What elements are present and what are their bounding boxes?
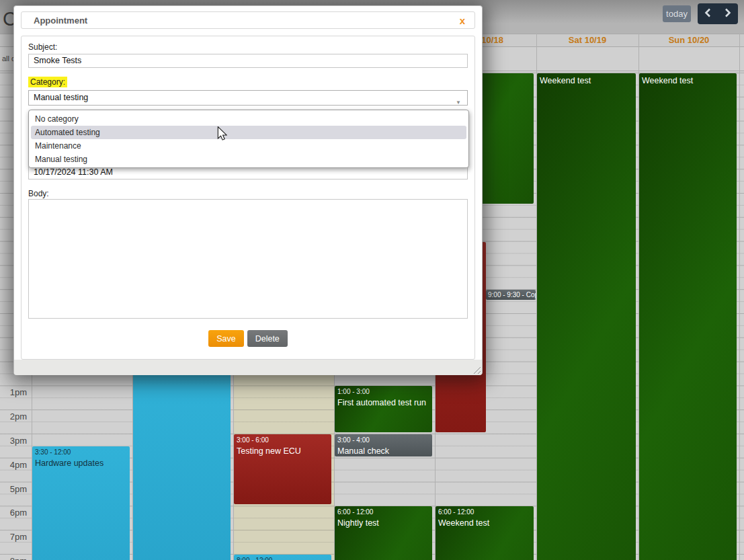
dialog-buttons: Save Delete xyxy=(22,330,474,347)
event-time: 6:00 - 12:00 xyxy=(436,506,534,516)
event-time: 1:00 - 3:00 xyxy=(335,386,432,395)
calendar-event[interactable] xyxy=(133,362,231,560)
category-label: Category: xyxy=(28,77,67,87)
appointment-dialog: Appointment x Subject: Smoke Tests Categ… xyxy=(13,5,483,375)
close-icon[interactable]: x xyxy=(456,12,469,30)
hour-label-6pm: 6pm xyxy=(0,508,27,518)
calendar-event[interactable]: 8:00 - 12:00 xyxy=(234,555,331,560)
hour-label-3pm: 3pm xyxy=(0,436,27,446)
subject-label: Subject: xyxy=(28,42,57,52)
resize-grip-icon[interactable] xyxy=(472,365,481,374)
dropdown-option-0[interactable]: No category xyxy=(29,112,468,126)
hour-label-7pm: 7pm xyxy=(0,532,27,542)
day-header-5: Sat 10/19 xyxy=(536,34,638,46)
column-border xyxy=(536,34,537,560)
dropdown-option-1[interactable]: Automated testing xyxy=(31,126,466,139)
delete-button[interactable]: Delete xyxy=(247,330,288,347)
event-title: First automated test run xyxy=(335,395,432,407)
day-header-6: Sun 10/20 xyxy=(638,34,739,46)
calendar-event[interactable]: 3:00 - 4:00Manual check xyxy=(335,434,432,456)
chevron-left-icon xyxy=(704,8,711,20)
event-title: Weekend test xyxy=(537,73,636,85)
calendar-event[interactable]: 6:00 - 12:00Nightly test xyxy=(335,506,432,560)
event-time: 9:00 - 9:30 - Copying xyxy=(486,290,536,300)
hour-label-4pm: 4pm xyxy=(0,460,27,470)
save-button[interactable]: Save xyxy=(208,330,244,347)
event-time: 8:00 - 12:00 xyxy=(234,555,331,560)
event-title: Weekend test xyxy=(436,516,534,528)
dropdown-option-3[interactable]: Manual testing xyxy=(29,153,468,166)
next-button[interactable] xyxy=(718,3,738,24)
calendar-event[interactable]: Weekend test xyxy=(639,73,737,560)
category-select[interactable]: Manual testing ▼ xyxy=(28,90,468,106)
calendar-event[interactable]: 3:00 - 6:00Testing new ECU xyxy=(234,434,331,504)
today-button[interactable]: today xyxy=(663,5,691,22)
calendar-event[interactable]: 9:00 - 9:30 - Copying xyxy=(486,290,536,300)
event-time: 6:00 - 12:00 xyxy=(335,506,432,516)
calendar-event[interactable]: 6:00 - 12:00Weekend test xyxy=(436,506,534,560)
event-time: 3:00 - 4:00 xyxy=(335,434,432,444)
subject-input[interactable]: Smoke Tests xyxy=(28,54,468,68)
calendar-event[interactable]: 1:00 - 3:00First automated test run xyxy=(335,386,432,432)
chevron-down-icon: ▼ xyxy=(456,95,461,110)
calendar-event[interactable]: Weekend test xyxy=(537,73,636,560)
hour-label-2pm: 2pm xyxy=(0,411,27,422)
mouse-cursor xyxy=(217,126,227,143)
event-title: Testing new ECU xyxy=(234,444,331,456)
event-title: Weekend test xyxy=(639,73,737,85)
dialog-footer xyxy=(14,360,482,375)
dialog-header[interactable]: Appointment x xyxy=(21,11,475,29)
dialog-title: Appointment xyxy=(34,12,87,30)
hour-label-8pm: 8pm xyxy=(0,556,27,560)
dropdown-option-2[interactable]: Maintenance xyxy=(29,139,468,153)
prev-button[interactable] xyxy=(698,3,718,24)
hour-label-5pm: 5pm xyxy=(0,484,27,494)
calendar-event[interactable]: 3:30 - 12:00Hardware updates xyxy=(32,446,130,560)
category-select-value: Manual testing xyxy=(34,93,88,102)
column-border xyxy=(638,34,639,560)
hour-label-1pm: 1pm xyxy=(0,387,27,397)
dialog-content: Subject: Smoke Tests Category: Manual te… xyxy=(21,36,475,360)
category-dropdown: No categoryAutomated testingMaintenanceM… xyxy=(28,110,469,168)
event-time: 3:30 - 12:00 xyxy=(32,446,130,456)
category-label-highlight: Category: xyxy=(28,77,67,87)
event-time: 3:00 - 6:00 xyxy=(234,434,331,444)
event-title: Manual check xyxy=(335,444,432,456)
event-title: Nightly test xyxy=(335,516,432,528)
body-label: Body: xyxy=(28,189,49,198)
nav-button-group xyxy=(698,3,738,24)
chevron-right-icon xyxy=(725,8,731,20)
column-border xyxy=(739,34,740,560)
event-title: Hardware updates xyxy=(32,456,130,468)
app-root: Calendar today Fri 10/18Sat 10/19Sun 10/… xyxy=(0,0,744,560)
body-textarea[interactable] xyxy=(28,199,468,319)
